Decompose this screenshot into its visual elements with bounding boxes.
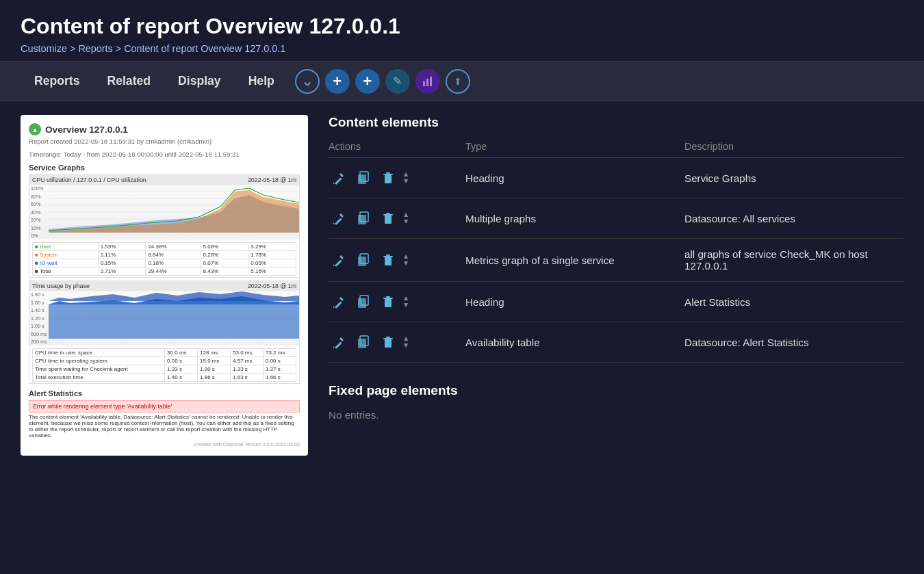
row-1-type: Heading [465,172,684,184]
row-3-delete-icon[interactable] [378,250,398,270]
preview-title: ▲ Overview 127.0.0.1 [29,123,300,135]
svg-rect-28 [383,174,393,175]
row-4-actions: ▲ ▼ [329,291,465,312]
preview-alert-section: Alert Statistics Error while rendering e… [29,389,300,439]
fixed-elements-title: Fixed page elements [329,383,903,398]
edit-button[interactable]: ✎ [385,69,410,94]
row-3-copy-icon[interactable] [353,250,374,270]
row-1-delete-icon[interactable] [378,168,398,188]
svg-marker-56 [333,346,335,348]
svg-marker-48 [333,306,335,308]
no-entries-label: No entries. [329,409,903,421]
row-2-sort-arrows[interactable]: ▲ ▼ [402,211,409,226]
row-3-edit-icon[interactable] [329,250,349,270]
row-4-edit-icon[interactable] [329,291,349,312]
preview-graph-2-footer: CPU time in user space30.0 ms128 ms53.6 … [29,345,299,383]
svg-marker-47 [339,297,344,301]
fixed-elements-section: Fixed page elements No entries. [329,383,903,421]
page-title: Content of report Overview 127.0.0.1 [21,14,903,39]
svg-rect-59 [385,339,392,348]
chevron-down-button[interactable]: ⌄ [295,69,320,94]
nav-item-display[interactable]: Display [164,62,235,101]
row-5-actions: ▲ ▼ [329,332,465,352]
navbar: Reports Related Display Help ⌄ + + ✎ ⬆ [0,61,924,101]
svg-marker-55 [339,337,344,341]
row-2-copy-icon[interactable] [353,208,374,229]
row-4-type: Heading [465,296,684,308]
table-row: ▲ ▼ Heading Alert Statistics [329,282,903,322]
preview-graph-1-table: ■ User1.53%24.38%5.06%3.29% ■ System1.11… [32,242,296,276]
row-5-copy-icon[interactable] [353,332,374,352]
graph-1-y-labels: 100%80%60%40%20%10%0% [29,185,49,239]
nav-item-reports[interactable]: Reports [21,62,93,101]
nav-item-related[interactable]: Related [93,62,164,101]
preview-logo-icon: ▲ [29,123,41,135]
preview-graph-2: Time usage by phase 2022-05-18 @ 1m 1.80… [29,281,300,384]
preview-graph-2-body: 1.80 s1.60 s1.40 s1.20 s1.00 s600 ms200 … [29,291,299,345]
preview-graph-1-footer: ■ User1.53%24.38%5.06%3.29% ■ System1.11… [29,239,299,277]
row-3-type: Metrics graph of a single service [465,255,684,266]
svg-rect-38 [335,259,342,267]
svg-marker-21 [49,291,299,301]
svg-rect-50 [358,298,366,308]
table-row: ▲ ▼ Multiple graphs Datasource: All serv… [329,198,903,239]
svg-rect-19 [49,304,299,339]
svg-rect-36 [383,214,393,216]
row-5-edit-icon[interactable] [329,332,349,352]
svg-rect-29 [386,172,390,174]
graph-2-y-labels: 1.80 s1.60 s1.40 s1.20 s1.00 s600 ms200 … [29,291,49,345]
row-4-delete-icon[interactable] [378,291,398,312]
svg-rect-52 [383,298,393,299]
row-3-sort-arrows[interactable]: ▲ ▼ [402,253,409,268]
row-5-sort-arrows[interactable]: ▲ ▼ [402,335,409,350]
svg-marker-40 [333,264,335,266]
svg-rect-26 [358,174,366,184]
preview-service-graphs-title: Service Graphs [29,164,300,172]
breadcrumb-sep2: > [113,43,124,54]
row-1-edit-icon[interactable] [329,168,349,188]
row-3-desc: all graphs of service Check_MK on host 1… [684,248,903,272]
svg-rect-44 [383,256,393,257]
row-1-copy-icon[interactable] [353,168,374,188]
row-4-sort-arrows[interactable]: ▲ ▼ [402,295,409,309]
row-2-actions: ▲ ▼ [329,208,465,229]
row-1-desc: Service Graphs [684,172,903,184]
row-1-actions: ▲ ▼ [329,168,465,188]
row-1-sort-arrows[interactable]: ▲ ▼ [402,171,409,185]
row-2-type: Multiple graphs [465,213,684,224]
svg-rect-30 [335,218,342,225]
row-2-edit-icon[interactable] [329,208,349,229]
preview-meta-line2: Timerange: Today - from 2022-05-18 00:00… [29,151,300,158]
nav-icons: ⌄ + + ✎ ⬆ [295,69,470,94]
row-2-delete-icon[interactable] [378,208,398,229]
breadcrumb: Customize > Reports > Content of report … [21,43,903,54]
content-elements-title: Content elements [329,115,903,130]
breadcrumb-reports[interactable]: Reports [78,43,112,54]
svg-marker-31 [339,213,344,218]
row-3-actions: ▲ ▼ [329,250,465,270]
col-type: Type [465,141,684,152]
col-description: Description [684,141,903,152]
svg-rect-43 [385,257,392,265]
chart-button[interactable] [415,69,440,94]
row-4-desc: Alert Statistics [684,296,903,308]
graph-1-svg [49,185,299,233]
svg-marker-32 [333,222,335,224]
row-5-type: Availability table [465,337,684,348]
breadcrumb-customize[interactable]: Customize [21,43,67,54]
add-button-1[interactable]: + [325,69,350,94]
svg-rect-1 [426,79,428,86]
preview-meta-line1: Report created 2022-05-18 11:59:31 by cm… [29,138,300,145]
add-button-2[interactable]: + [355,69,380,94]
svg-rect-53 [386,296,390,298]
svg-rect-45 [386,255,390,256]
nav-item-help[interactable]: Help [235,62,288,101]
svg-rect-51 [385,299,392,307]
content-table: Actions Type Description [329,141,903,363]
row-5-delete-icon[interactable] [378,332,398,352]
upload-button[interactable]: ⬆ [446,69,470,94]
col-actions: Actions [329,141,465,152]
main-content: ▲ Overview 127.0.0.1 Report created 2022… [0,101,924,469]
preview-footer: Created with Checkmk Version 2.0.0-2022.… [29,441,300,447]
row-4-copy-icon[interactable] [353,291,374,312]
